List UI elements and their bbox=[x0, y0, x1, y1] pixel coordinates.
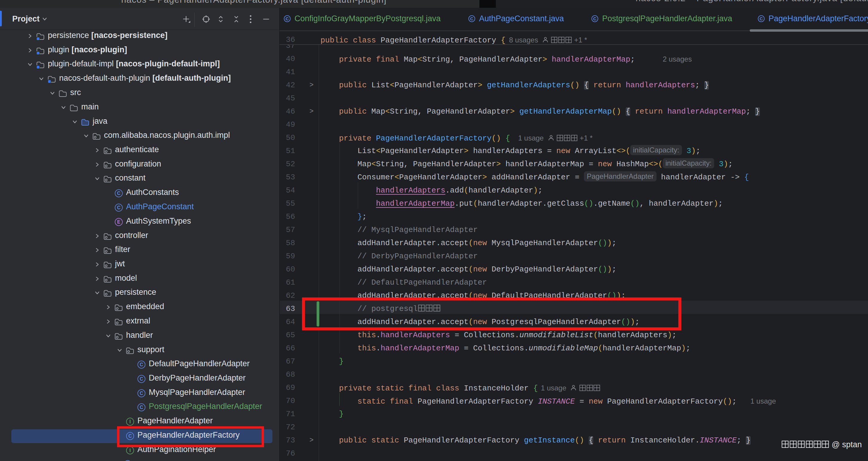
svg-text:C: C bbox=[285, 16, 289, 21]
svg-text:C: C bbox=[760, 16, 763, 21]
svg-text:C: C bbox=[140, 405, 143, 410]
svg-text:E: E bbox=[117, 220, 120, 225]
svg-text:I: I bbox=[129, 448, 130, 453]
svg-text:C: C bbox=[470, 16, 473, 21]
svg-text:C: C bbox=[140, 376, 143, 381]
svg-text:C: C bbox=[140, 391, 143, 396]
svg-text:C: C bbox=[117, 191, 121, 196]
svg-text:C: C bbox=[593, 16, 596, 21]
svg-text:C: C bbox=[117, 205, 121, 210]
svg-text:C: C bbox=[140, 362, 143, 367]
svg-text:I: I bbox=[129, 419, 130, 424]
